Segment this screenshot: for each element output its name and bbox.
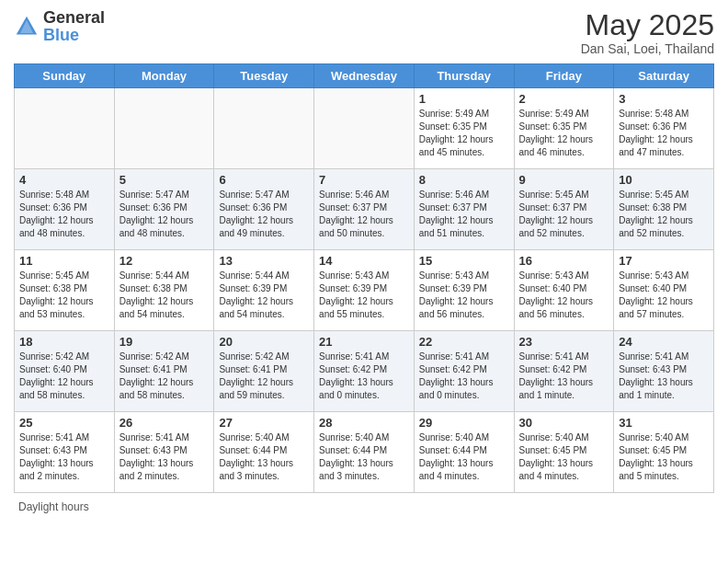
day-number: 20 [219, 335, 309, 349]
day-number: 19 [119, 335, 210, 349]
day-info: Sunrise: 5:40 AM Sunset: 6:45 PM Dayligh… [519, 431, 609, 483]
day-info: Sunrise: 5:44 AM Sunset: 6:39 PM Dayligh… [219, 270, 309, 321]
day-number: 26 [119, 416, 210, 430]
day-info: Sunrise: 5:43 AM Sunset: 6:40 PM Dayligh… [619, 270, 709, 321]
weekday-header-monday: Monday [114, 64, 214, 88]
calendar-cell [314, 88, 415, 169]
calendar-cell: 3Sunrise: 5:48 AM Sunset: 6:36 PM Daylig… [614, 88, 714, 169]
calendar-cell: 13Sunrise: 5:44 AM Sunset: 6:39 PM Dayli… [214, 250, 314, 331]
day-number: 31 [619, 416, 709, 430]
day-info: Sunrise: 5:42 AM Sunset: 6:40 PM Dayligh… [19, 350, 109, 402]
day-number: 25 [19, 416, 109, 430]
day-number: 9 [519, 173, 609, 187]
logo-icon [14, 14, 40, 40]
calendar-cell: 31Sunrise: 5:40 AM Sunset: 6:45 PM Dayli… [614, 412, 714, 493]
day-info: Sunrise: 5:49 AM Sunset: 6:35 PM Dayligh… [419, 108, 509, 159]
calendar-cell: 26Sunrise: 5:41 AM Sunset: 6:43 PM Dayli… [114, 412, 214, 493]
calendar-week-4: 18Sunrise: 5:42 AM Sunset: 6:40 PM Dayli… [15, 331, 714, 412]
calendar-cell: 30Sunrise: 5:40 AM Sunset: 6:45 PM Dayli… [514, 412, 614, 493]
day-info: Sunrise: 5:45 AM Sunset: 6:38 PM Dayligh… [619, 189, 709, 240]
day-info: Sunrise: 5:41 AM Sunset: 6:42 PM Dayligh… [419, 350, 509, 402]
day-info: Sunrise: 5:49 AM Sunset: 6:35 PM Dayligh… [519, 108, 609, 159]
calendar-cell: 4Sunrise: 5:48 AM Sunset: 6:36 PM Daylig… [15, 169, 115, 250]
day-info: Sunrise: 5:45 AM Sunset: 6:38 PM Dayligh… [19, 270, 109, 321]
weekday-header-saturday: Saturday [614, 64, 714, 88]
day-info: Sunrise: 5:43 AM Sunset: 6:40 PM Dayligh… [519, 270, 609, 321]
day-number: 3 [619, 92, 709, 106]
day-info: Sunrise: 5:43 AM Sunset: 6:39 PM Dayligh… [419, 270, 509, 321]
day-number: 16 [519, 254, 609, 268]
calendar-cell: 5Sunrise: 5:47 AM Sunset: 6:36 PM Daylig… [114, 169, 214, 250]
day-info: Sunrise: 5:47 AM Sunset: 6:36 PM Dayligh… [219, 189, 309, 240]
day-info: Sunrise: 5:44 AM Sunset: 6:38 PM Dayligh… [119, 270, 210, 321]
day-number: 5 [119, 173, 210, 187]
day-number: 2 [519, 92, 609, 106]
calendar-cell: 24Sunrise: 5:41 AM Sunset: 6:43 PM Dayli… [614, 331, 714, 412]
day-number: 13 [219, 254, 309, 268]
weekday-header-thursday: Thursday [414, 64, 514, 88]
calendar-cell: 15Sunrise: 5:43 AM Sunset: 6:39 PM Dayli… [414, 250, 514, 331]
logo-general: General [43, 8, 105, 27]
day-number: 15 [419, 254, 509, 268]
day-number: 6 [219, 173, 309, 187]
weekday-header-friday: Friday [514, 64, 614, 88]
title-block: May 2025 Dan Sai, Loei, Thailand [581, 9, 714, 56]
day-number: 1 [419, 92, 509, 106]
day-info: Sunrise: 5:41 AM Sunset: 6:42 PM Dayligh… [319, 350, 409, 402]
calendar-cell: 21Sunrise: 5:41 AM Sunset: 6:42 PM Dayli… [314, 331, 415, 412]
calendar-cell: 1Sunrise: 5:49 AM Sunset: 6:35 PM Daylig… [414, 88, 514, 169]
day-info: Sunrise: 5:45 AM Sunset: 6:37 PM Dayligh… [519, 189, 609, 240]
calendar-cell: 22Sunrise: 5:41 AM Sunset: 6:42 PM Dayli… [414, 331, 514, 412]
calendar-cell: 18Sunrise: 5:42 AM Sunset: 6:40 PM Dayli… [15, 331, 115, 412]
day-info: Sunrise: 5:43 AM Sunset: 6:39 PM Dayligh… [319, 270, 409, 321]
calendar-cell: 2Sunrise: 5:49 AM Sunset: 6:35 PM Daylig… [514, 88, 614, 169]
day-info: Sunrise: 5:40 AM Sunset: 6:44 PM Dayligh… [419, 431, 509, 483]
day-number: 23 [519, 335, 609, 349]
day-number: 10 [619, 173, 709, 187]
day-number: 14 [319, 254, 409, 268]
day-number: 17 [619, 254, 709, 268]
calendar-table: SundayMondayTuesdayWednesdayThursdayFrid… [14, 63, 714, 493]
subtitle: Dan Sai, Loei, Thailand [581, 41, 714, 56]
day-number: 8 [419, 173, 509, 187]
calendar-cell: 11Sunrise: 5:45 AM Sunset: 6:38 PM Dayli… [15, 250, 115, 331]
day-info: Sunrise: 5:40 AM Sunset: 6:44 PM Dayligh… [219, 431, 309, 483]
calendar-cell [214, 88, 314, 169]
weekday-header-row: SundayMondayTuesdayWednesdayThursdayFrid… [15, 64, 714, 88]
day-info: Sunrise: 5:41 AM Sunset: 6:43 PM Dayligh… [19, 431, 109, 483]
calendar-cell [114, 88, 214, 169]
day-number: 30 [519, 416, 609, 430]
day-info: Sunrise: 5:48 AM Sunset: 6:36 PM Dayligh… [19, 189, 109, 240]
calendar-week-1: 1Sunrise: 5:49 AM Sunset: 6:35 PM Daylig… [15, 88, 714, 169]
calendar-cell: 17Sunrise: 5:43 AM Sunset: 6:40 PM Dayli… [614, 250, 714, 331]
calendar-cell: 29Sunrise: 5:40 AM Sunset: 6:44 PM Dayli… [414, 412, 514, 493]
day-number: 22 [419, 335, 509, 349]
day-info: Sunrise: 5:41 AM Sunset: 6:43 PM Dayligh… [119, 431, 210, 483]
calendar-cell: 16Sunrise: 5:43 AM Sunset: 6:40 PM Dayli… [514, 250, 614, 331]
day-info: Sunrise: 5:48 AM Sunset: 6:36 PM Dayligh… [619, 108, 709, 159]
day-number: 29 [419, 416, 509, 430]
header: General Blue May 2025 Dan Sai, Loei, Tha… [14, 9, 714, 56]
day-number: 11 [19, 254, 109, 268]
calendar-week-2: 4Sunrise: 5:48 AM Sunset: 6:36 PM Daylig… [15, 169, 714, 250]
calendar-cell: 27Sunrise: 5:40 AM Sunset: 6:44 PM Dayli… [214, 412, 314, 493]
weekday-header-tuesday: Tuesday [214, 64, 314, 88]
day-number: 4 [19, 173, 109, 187]
day-number: 7 [319, 173, 409, 187]
day-number: 28 [319, 416, 409, 430]
calendar-cell [15, 88, 115, 169]
page: General Blue May 2025 Dan Sai, Loei, Tha… [0, 0, 728, 563]
calendar-cell: 25Sunrise: 5:41 AM Sunset: 6:43 PM Dayli… [15, 412, 115, 493]
calendar-cell: 14Sunrise: 5:43 AM Sunset: 6:39 PM Dayli… [314, 250, 415, 331]
day-number: 21 [319, 335, 409, 349]
weekday-header-sunday: Sunday [15, 64, 115, 88]
day-number: 12 [119, 254, 210, 268]
calendar-cell: 23Sunrise: 5:41 AM Sunset: 6:42 PM Dayli… [514, 331, 614, 412]
day-info: Sunrise: 5:46 AM Sunset: 6:37 PM Dayligh… [419, 189, 509, 240]
calendar-week-3: 11Sunrise: 5:45 AM Sunset: 6:38 PM Dayli… [15, 250, 714, 331]
calendar-cell: 12Sunrise: 5:44 AM Sunset: 6:38 PM Dayli… [114, 250, 214, 331]
day-number: 24 [619, 335, 709, 349]
calendar-cell: 19Sunrise: 5:42 AM Sunset: 6:41 PM Dayli… [114, 331, 214, 412]
logo: General Blue [14, 9, 105, 44]
day-info: Sunrise: 5:41 AM Sunset: 6:42 PM Dayligh… [519, 350, 609, 402]
